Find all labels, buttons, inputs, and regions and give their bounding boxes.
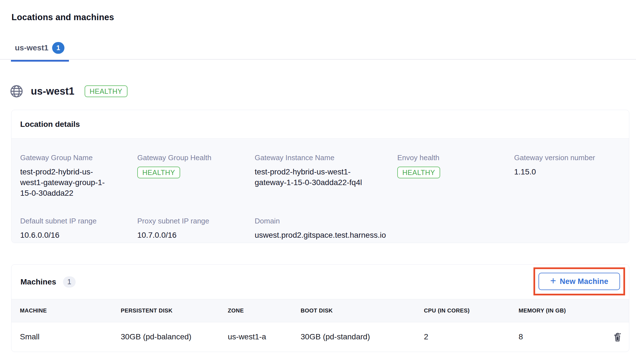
machine-persistent-disk: 30GB (pd-balanced): [121, 332, 228, 341]
globe-icon: [10, 85, 23, 98]
location-details-card: Location details Gateway Group Name test…: [11, 110, 629, 243]
locations-and-machines-page: Locations and machines us-west1 1 us-wes…: [0, 0, 636, 364]
machine-memory: 8: [519, 332, 610, 341]
field-label: Default subnet IP range: [20, 216, 137, 225]
gateway-group-health-badge: HEALTHY: [137, 167, 180, 178]
machine-table-row: Small 30GB (pd-balanced) us-west1-a 30GB…: [11, 322, 629, 351]
machines-card: Machines 1 + New Machine MACHINE PERSIST…: [11, 264, 629, 352]
field-label: Envoy health: [397, 153, 514, 162]
location-header: us-west1 HEALTHY: [10, 85, 127, 98]
machines-count-badge: 1: [63, 276, 76, 288]
tab-count-badge: 1: [52, 42, 64, 54]
annotation-highlight-box: + New Machine: [533, 267, 625, 295]
machines-title: Machines: [20, 277, 56, 286]
field-label: Gateway Group Health: [137, 153, 255, 162]
machines-header: Machines 1 + New Machine: [11, 265, 629, 299]
machine-cpu: 2: [424, 332, 519, 341]
col-cpu: CPU (IN CORES): [424, 307, 519, 314]
tab-us-west1[interactable]: us-west1 1: [11, 42, 69, 62]
field-value: 10.7.0.0/16: [137, 230, 255, 241]
field-label: Gateway Group Name: [20, 153, 137, 162]
col-persistent-disk: PERSISTENT DISK: [121, 307, 228, 314]
tab-label: us-west1: [15, 43, 48, 53]
machines-table-header: MACHINE PERSISTENT DISK ZONE BOOT DISK C…: [11, 299, 629, 322]
location-details-title: Location details: [11, 110, 629, 138]
machine-zone: us-west1-a: [228, 332, 301, 341]
machine-boot-disk: 30GB (pd-standard): [301, 332, 424, 341]
envoy-health-badge: HEALTHY: [397, 167, 440, 178]
field-value: 10.6.0.0/16: [20, 230, 137, 241]
col-boot-disk: BOOT DISK: [301, 307, 424, 314]
location-status-badge: HEALTHY: [85, 85, 127, 97]
field-gateway-version: Gateway version number 1.15.0: [514, 153, 620, 199]
field-value: test-prod2-hybrid-us-west1-gateway-group…: [20, 167, 108, 199]
field-label: Gateway Instance Name: [255, 153, 397, 162]
col-zone: ZONE: [228, 307, 301, 314]
machine-name: Small: [20, 332, 121, 341]
location-name: us-west1: [31, 85, 75, 97]
col-memory: MEMORY (IN GB): [519, 307, 610, 314]
delete-machine-button[interactable]: [613, 332, 622, 342]
field-gateway-instance-name: Gateway Instance Name test-prod2-hybrid-…: [255, 153, 397, 199]
field-value: 1.15.0: [514, 167, 620, 177]
field-value: uswest.prod2.gitspace.test.harness.io: [255, 230, 620, 241]
new-machine-label: New Machine: [560, 277, 608, 286]
plus-icon: +: [550, 277, 556, 285]
field-value: test-prod2-hybrid-us-west1-gateway-1-15-…: [255, 167, 377, 188]
field-label: Gateway version number: [514, 153, 620, 162]
field-gateway-group-name: Gateway Group Name test-prod2-hybrid-us-…: [20, 153, 137, 199]
field-default-subnet: Default subnet IP range 10.6.0.0/16: [20, 216, 137, 241]
field-label: Proxy subnet IP range: [137, 216, 255, 225]
col-machine: MACHINE: [20, 307, 121, 314]
field-label: Domain: [255, 216, 620, 225]
location-details-body: Gateway Group Name test-prod2-hybrid-us-…: [11, 138, 629, 243]
field-gateway-group-health: Gateway Group Health HEALTHY: [137, 153, 255, 199]
trash-icon: [613, 332, 622, 342]
tab-bar-divider: [0, 59, 636, 60]
new-machine-button[interactable]: + New Machine: [538, 273, 620, 290]
field-domain: Domain uswest.prod2.gitspace.test.harnes…: [255, 216, 620, 241]
field-envoy-health: Envoy health HEALTHY: [397, 153, 514, 199]
field-proxy-subnet: Proxy subnet IP range 10.7.0.0/16: [137, 216, 255, 241]
page-title: Locations and machines: [11, 12, 114, 22]
